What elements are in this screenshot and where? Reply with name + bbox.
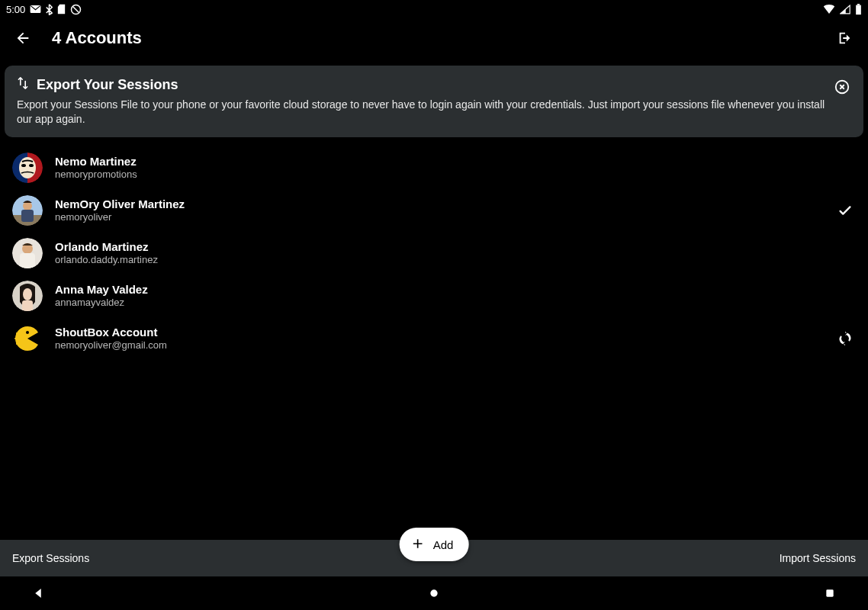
import-sessions-button[interactable]: Import Sessions [780, 552, 856, 564]
wifi-icon [823, 5, 835, 14]
banner-close-button[interactable] [830, 75, 854, 99]
avatar [12, 323, 43, 354]
nav-back-button[interactable] [23, 578, 53, 608]
svg-rect-20 [20, 253, 35, 268]
add-account-fab[interactable]: Add [400, 528, 469, 561]
bluetooth-icon [46, 4, 53, 15]
status-bar: 5:00 [0, 0, 868, 18]
account-handle: nemoryoliver [55, 211, 822, 224]
svg-rect-28 [826, 589, 833, 596]
account-name: Nemo Martinez [55, 154, 822, 169]
status-time: 5:00 [6, 4, 25, 15]
account-name: Orlando Martinez [55, 239, 822, 255]
account-handle: nemorypromotions [55, 169, 822, 181]
avatar [12, 152, 43, 183]
nav-home-button[interactable] [419, 578, 449, 608]
svg-point-10 [21, 164, 26, 167]
svg-line-2 [73, 6, 79, 12]
avatar [12, 195, 43, 226]
account-handle: nemoryoliver@gmail.com [55, 339, 822, 352]
account-item[interactable]: Orlando Martinez orlando.daddy.martinez [0, 232, 868, 274]
signal-icon [840, 5, 850, 14]
app-bar: 4 Accounts [0, 18, 868, 58]
avatar [12, 238, 43, 268]
system-nav-bar [0, 576, 868, 610]
account-name: NemOry Oliver Martinez [55, 197, 822, 212]
sync-icon[interactable] [834, 331, 856, 346]
check-icon [834, 202, 856, 219]
avatar [12, 281, 43, 311]
svg-rect-16 [21, 210, 34, 222]
back-button[interactable] [11, 26, 35, 50]
fab-label: Add [433, 538, 454, 551]
account-name: Anna May Valdez [55, 282, 822, 297]
sd-card-icon [57, 4, 66, 14]
account-item[interactable]: Anna May Valdez annamayvaldez [0, 274, 868, 317]
nav-recent-button[interactable] [815, 578, 845, 608]
svg-point-27 [430, 589, 437, 596]
svg-point-11 [29, 164, 34, 167]
dnd-icon [70, 4, 82, 15]
mail-icon [30, 5, 41, 14]
account-name: ShoutBox Account [55, 325, 822, 340]
export-sessions-button[interactable]: Export Sessions [12, 552, 89, 564]
account-list: Nemo Martinez nemorypromotions NemOry Ol… [0, 143, 868, 363]
import-export-icon [17, 76, 29, 93]
account-handle: orlando.daddy.martinez [55, 254, 822, 267]
logout-button[interactable] [833, 26, 857, 50]
account-item[interactable]: Nemo Martinez nemorypromotions [0, 146, 868, 189]
svg-point-23 [23, 288, 32, 300]
plus-icon [410, 536, 426, 554]
svg-rect-4 [857, 4, 860, 5]
account-item[interactable]: ShoutBox Account nemoryoliver@gmail.com [0, 317, 868, 360]
banner-title: Export Your Sessions [37, 77, 178, 93]
battery-icon [855, 4, 862, 15]
account-handle: annamayvaldez [55, 297, 822, 310]
export-sessions-banner: Export Your Sessions Export your Session… [5, 66, 863, 137]
svg-rect-3 [856, 5, 861, 14]
page-title: 4 Accounts [52, 28, 142, 48]
svg-rect-24 [22, 300, 33, 311]
banner-description: Export your Sessions File to your phone … [17, 98, 828, 127]
account-item[interactable]: NemOry Oliver Martinez nemoryoliver [0, 189, 868, 232]
svg-point-26 [26, 331, 29, 334]
